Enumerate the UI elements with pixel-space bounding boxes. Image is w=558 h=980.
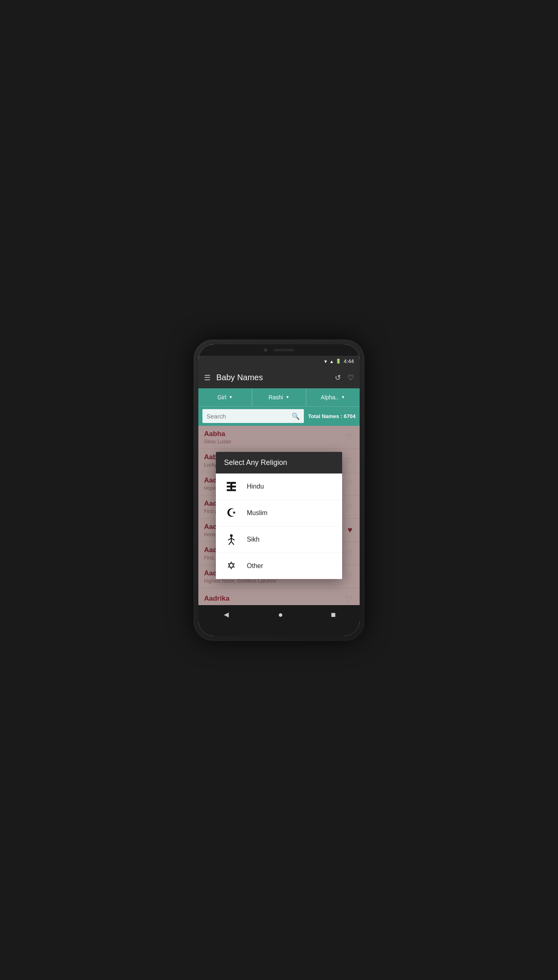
- search-input-wrap: 🔍: [202, 409, 304, 423]
- muslim-icon: ☪: [224, 506, 239, 520]
- rashi-filter-label: Rashi: [268, 394, 283, 401]
- status-bar: ▼ ▲ 🔋 4:44: [198, 356, 360, 367]
- religion-dialog: Select Any Religion: [216, 452, 342, 579]
- app-toolbar: ☰ Baby Names ↺ ♡: [198, 367, 360, 388]
- app-title: Baby Names: [216, 373, 335, 382]
- speaker: [274, 349, 294, 351]
- phone-bottom-hardware: [198, 625, 360, 636]
- dialog-overlay[interactable]: Select Any Religion: [198, 426, 360, 605]
- refresh-button[interactable]: ↺: [335, 373, 341, 382]
- status-icons: ▼ ▲ 🔋: [323, 359, 341, 364]
- rashi-filter[interactable]: Rashi ▼: [252, 388, 306, 406]
- phone-screen: ▼ ▲ 🔋 4:44 ☰ Baby Names ↺ ♡ Girl ▼ Rashi…: [198, 344, 360, 636]
- search-icon[interactable]: 🔍: [292, 412, 300, 420]
- svg-rect-1: [227, 485, 236, 487]
- hindu-label: Hindu: [247, 483, 264, 490]
- gender-filter-label: Girl: [217, 394, 226, 401]
- home-button[interactable]: ●: [270, 607, 291, 623]
- alpha-dropdown-arrow: ▼: [341, 395, 345, 399]
- filter-bar: Girl ▼ Rashi ▼ Alpha.. ▼: [198, 388, 360, 406]
- sikh-label: Sikh: [247, 536, 259, 543]
- gender-filter[interactable]: Girl ▼: [198, 388, 252, 406]
- status-time: 4:44: [344, 358, 354, 364]
- total-names-label: Total Names : 6704: [304, 413, 356, 419]
- svg-point-7: [230, 534, 233, 537]
- svg-rect-6: [232, 489, 236, 491]
- search-bar: 🔍 Total Names : 6704: [198, 406, 360, 426]
- phone-frame: ▼ ▲ 🔋 4:44 ☰ Baby Names ↺ ♡ Girl ▼ Rashi…: [193, 339, 365, 641]
- rashi-dropdown-arrow: ▼: [286, 395, 290, 399]
- names-list: Aabha Glow, Luster ♡ Aabish Lucky (Daug.…: [198, 426, 360, 605]
- dialog-title: Select Any Religion: [216, 452, 342, 473]
- svg-line-11: [229, 541, 231, 544]
- hindu-option[interactable]: Hindu: [216, 473, 342, 500]
- favorites-button[interactable]: ♡: [347, 373, 354, 382]
- muslim-option[interactable]: ☪ Muslim: [216, 500, 342, 526]
- battery-icon: 🔋: [336, 359, 341, 364]
- alpha-filter[interactable]: Alpha.. ▼: [306, 388, 360, 406]
- other-icon: ✡: [224, 559, 239, 573]
- signal-icon: ▲: [330, 359, 334, 364]
- phone-top-hardware: [198, 344, 360, 356]
- other-label: Other: [247, 562, 263, 570]
- muslim-label: Muslim: [247, 509, 268, 517]
- gender-dropdown-arrow: ▼: [229, 395, 233, 399]
- svg-rect-5: [227, 482, 231, 484]
- hindu-icon: [224, 479, 239, 494]
- camera: [264, 348, 267, 352]
- back-button[interactable]: ◄: [214, 607, 239, 623]
- svg-line-12: [231, 541, 234, 544]
- wifi-icon: ▼: [323, 359, 328, 364]
- other-option[interactable]: ✡ Other: [216, 553, 342, 579]
- svg-rect-4: [227, 489, 231, 491]
- svg-line-10: [231, 538, 235, 540]
- menu-button[interactable]: ☰: [204, 373, 211, 382]
- recent-button[interactable]: ■: [323, 607, 344, 623]
- sikh-icon: [224, 532, 239, 547]
- crescent-symbol: ☪: [226, 506, 237, 520]
- svg-rect-3: [232, 482, 236, 484]
- sikh-option[interactable]: Sikh: [216, 526, 342, 553]
- search-input[interactable]: [207, 413, 292, 420]
- toolbar-actions: ↺ ♡: [335, 373, 354, 382]
- alpha-filter-label: Alpha..: [321, 394, 339, 401]
- star-of-david-symbol: ✡: [227, 559, 236, 572]
- svg-line-9: [228, 538, 231, 540]
- dialog-options: Hindu ☪ Muslim: [216, 473, 342, 579]
- nav-bar: ◄ ● ■: [198, 605, 360, 625]
